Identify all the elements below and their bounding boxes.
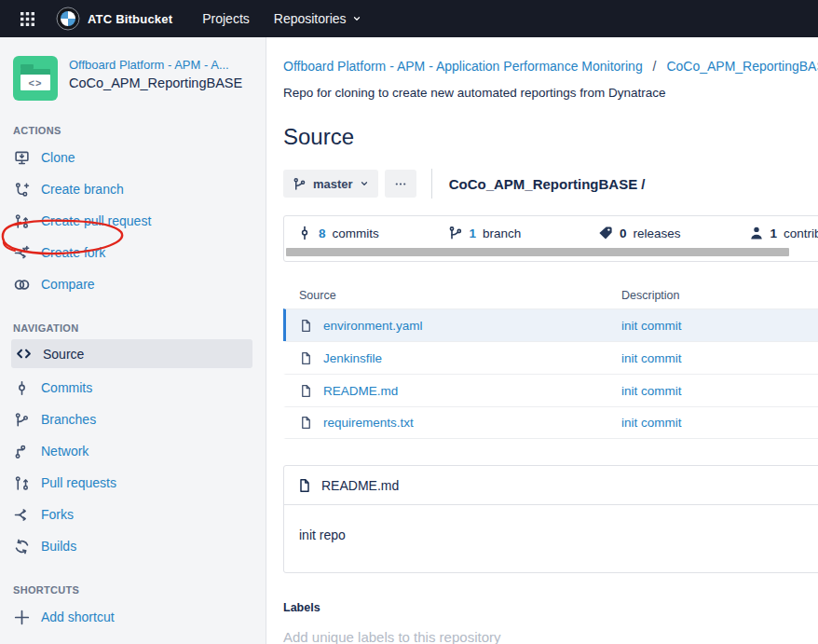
branch-icon [293, 177, 307, 191]
file-icon [299, 416, 313, 430]
readme-title[interactable]: README.md [321, 478, 399, 493]
file-icon [299, 319, 313, 333]
file-icon [297, 478, 312, 493]
table-row[interactable]: README.md init commit [283, 374, 818, 406]
sidebar-item-create-branch[interactable]: Create branch [0, 173, 266, 205]
breadcrumb: Offboard Platform - APM - Application Pe… [283, 59, 818, 74]
file-link[interactable]: requirements.txt [323, 416, 414, 430]
breadcrumb-separator: / [653, 59, 657, 74]
branch-selector-button[interactable]: master [283, 170, 378, 198]
person-icon [749, 226, 764, 240]
sidebar-item-source[interactable]: Source [11, 339, 252, 368]
sidebar-item-label: Network [41, 444, 89, 459]
sidebar-project-link[interactable]: Offboard Platform - APM - A... [69, 58, 242, 72]
commit-icon [13, 379, 30, 396]
sidebar-item-create-pull-request[interactable]: Create pull request [0, 205, 266, 237]
stat-count: 1 [470, 226, 477, 240]
readme-content: init repo [284, 505, 818, 572]
sidebar-item-commits[interactable]: Commits [0, 372, 266, 404]
commit-message-link[interactable]: init commit [621, 416, 682, 430]
current-path: CoCo_APM_ReportingBASE / [449, 176, 646, 192]
sidebar-item-add-shortcut[interactable]: Add shortcut [0, 601, 266, 633]
stat-contributors[interactable]: 1 contributor [749, 226, 818, 240]
sidebar-item-label: Branches [41, 412, 96, 427]
clone-icon [13, 149, 30, 166]
app-title: ATC Bitbucket [88, 12, 172, 26]
sidebar-item-branches[interactable]: Branches [0, 404, 266, 435]
table-row[interactable]: requirements.txt init commit [283, 406, 818, 439]
horizontal-scrollbar[interactable] [286, 248, 789, 256]
file-link[interactable]: environment.yaml [323, 319, 423, 333]
nav-repositories[interactable]: Repositories [274, 11, 361, 26]
source-icon [15, 346, 32, 363]
top-app-bar: ATC Bitbucket Projects Repositories [0, 0, 818, 37]
brand-home-link[interactable]: ATC Bitbucket [56, 7, 172, 31]
file-link[interactable]: README.md [323, 384, 398, 398]
more-options-button[interactable] [385, 170, 416, 198]
sidebar-item-forks[interactable]: Forks [0, 499, 266, 530]
sidebar-repo-name: CoCo_APM_ReportingBASE [69, 75, 242, 90]
branch-selector-label: master [313, 177, 353, 191]
file-link[interactable]: Jenkinsfile [323, 351, 382, 365]
readme-panel: README.md init repo [283, 465, 818, 573]
stat-commits[interactable]: 8 commits [297, 226, 448, 240]
breadcrumb-project-link[interactable]: Offboard Platform - APM - Application Pe… [283, 59, 643, 74]
labels-title: Labels [283, 601, 818, 614]
stat-releases[interactable]: 0 releases [598, 226, 749, 240]
file-table-header: Source Description [283, 282, 818, 308]
sidebar-item-label: Create branch [41, 182, 124, 197]
app-switcher-icon[interactable] [15, 7, 39, 31]
sidebar-item-pull-requests[interactable]: Pull requests [0, 467, 266, 499]
commit-message-link[interactable]: init commit [621, 319, 682, 333]
nav-projects[interactable]: Projects [202, 11, 250, 26]
breadcrumb-repo-link[interactable]: CoCo_APM_ReportingBASE [666, 59, 818, 74]
sidebar-item-label: Source [43, 347, 84, 362]
sidebar-item-clone[interactable]: Clone [0, 142, 266, 173]
create-branch-icon [13, 181, 30, 198]
commit-message-link[interactable]: init commit [621, 384, 682, 398]
pull-requests-icon [13, 474, 30, 491]
repo-description: Repo for cloning to create new automated… [283, 86, 818, 100]
navigation-section-label: NAVIGATION [13, 322, 266, 334]
sidebar-item-compare[interactable]: Compare [0, 268, 266, 300]
grid-icon [20, 12, 34, 26]
commit-icon [297, 226, 312, 240]
repo-stats-bar: 8 commits 1 branch 0 releases [283, 215, 818, 262]
stat-count: 1 [770, 226, 778, 240]
sidebar-item-builds[interactable]: Builds [0, 530, 266, 562]
create-pull-request-icon [13, 212, 30, 229]
stat-label: contributor [784, 226, 818, 240]
actions-section-label: ACTIONS [13, 125, 266, 136]
commit-message-link[interactable]: init commit [621, 351, 682, 365]
repo-avatar[interactable]: <> [13, 56, 58, 101]
sidebar: <> Offboard Platform - APM - A... CoCo_A… [0, 37, 266, 644]
nav-repositories-label: Repositories [274, 11, 347, 26]
column-header-source: Source [299, 289, 621, 302]
sidebar-item-label: Builds [41, 539, 76, 554]
sidebar-item-label: Forks [41, 507, 74, 522]
table-row[interactable]: Jenkinsfile init commit [283, 341, 818, 374]
sidebar-item-label: Commits [41, 380, 92, 395]
builds-icon [13, 538, 30, 555]
network-icon [13, 443, 30, 459]
labels-input-placeholder[interactable]: Add unique labels to this repository [283, 629, 818, 644]
sidebar-item-label: Compare [41, 277, 95, 292]
toolbar-divider [431, 169, 432, 199]
sidebar-item-network[interactable]: Network [0, 435, 266, 467]
shortcuts-section-label: SHORTCUTS [13, 584, 266, 596]
file-icon [299, 351, 313, 365]
table-row[interactable]: environment.yaml init commit [283, 308, 818, 341]
bmw-logo-icon [56, 7, 80, 31]
sidebar-item-label: Pull requests [41, 475, 116, 490]
stat-branches[interactable]: 1 branch [448, 226, 599, 240]
stat-label: commits [333, 226, 379, 240]
stat-label: branch [483, 226, 521, 240]
sidebar-item-create-fork[interactable]: Create fork [0, 237, 266, 268]
sidebar-item-label: Create pull request [41, 213, 151, 228]
chevron-down-icon [360, 180, 369, 187]
stat-count: 8 [319, 226, 326, 240]
ellipsis-icon [394, 177, 407, 191]
page-title: Source [283, 124, 818, 150]
branch-icon [448, 226, 463, 240]
labels-section: Labels Add unique labels to this reposit… [283, 601, 818, 644]
